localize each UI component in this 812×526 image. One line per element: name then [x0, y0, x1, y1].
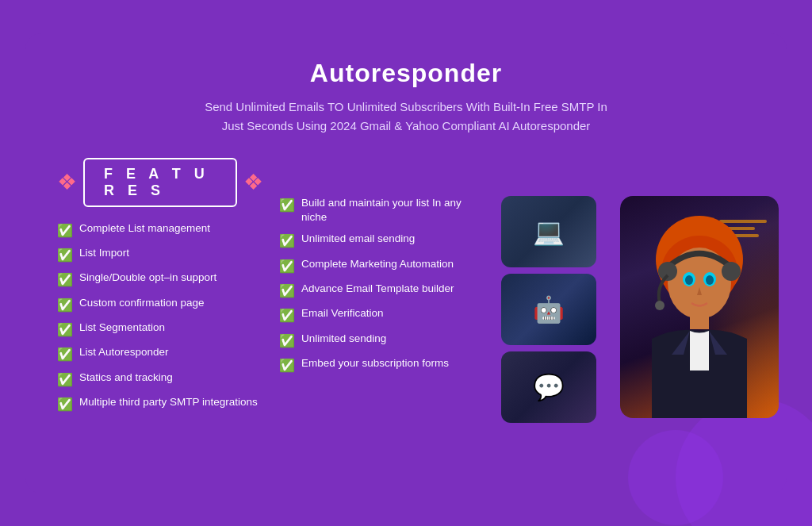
check-icon: ✅	[57, 297, 73, 314]
chat-image	[501, 351, 596, 423]
list-item: ✅ Complete List management	[57, 221, 263, 240]
features-left-col: ❖ F E A T U R E S ❖ ✅ Complete List mana…	[57, 158, 263, 414]
list-item: ✅ Advance Email Template builder	[279, 282, 485, 300]
check-icon: ✅	[279, 332, 295, 350]
list-item: ✅ Build and maintain your list In any ni…	[279, 196, 485, 226]
agent-figure	[620, 196, 779, 418]
check-icon: ✅	[279, 197, 295, 214]
list-item: ✅ Embed your subscription forms	[279, 356, 485, 374]
check-icon: ✅	[279, 307, 295, 324]
check-icon: ✅	[279, 357, 295, 374]
list-item: ✅ Unlimited sending	[279, 332, 485, 350]
agent-image	[620, 196, 779, 418]
list-item: ✅ List Segmentation	[57, 321, 263, 339]
curl-left-icon: ❖	[57, 171, 77, 194]
deco-circle-2	[628, 430, 723, 525]
svg-point-5	[685, 275, 693, 285]
list-item: ✅ Custom confirmation page	[57, 296, 263, 314]
list-item: ✅ Unlimited email sending	[279, 232, 485, 250]
check-icon: ✅	[57, 247, 73, 264]
header-subtitle: Send Unlimited Emails TO Unlimited Subsc…	[57, 98, 755, 136]
svg-point-9	[722, 262, 741, 281]
list-item: ✅ Single/Double opt–in support	[57, 271, 263, 289]
agent-svg	[620, 196, 779, 418]
check-icon: ✅	[57, 222, 73, 240]
features-right-col: ✅ Build and maintain your list In any ni…	[279, 158, 485, 375]
check-icon: ✅	[279, 258, 295, 275]
left-feature-list: ✅ Complete List management ✅ List Import…	[57, 221, 263, 414]
right-feature-list: ✅ Build and maintain your list In any ni…	[279, 196, 485, 375]
check-icon: ✅	[279, 282, 295, 300]
list-item: ✅ Email Verification	[279, 306, 485, 324]
features-section: ❖ F E A T U R E S ❖ ✅ Complete List mana…	[57, 158, 755, 423]
svg-point-6	[706, 275, 714, 285]
features-badge-row: ❖ F E A T U R E S ❖	[57, 158, 263, 207]
check-icon: ✅	[57, 371, 73, 389]
list-item: ✅ Multiple third party SMTP integrations	[57, 395, 263, 413]
list-item: ✅ List Autoresponder	[57, 345, 263, 363]
check-icon: ✅	[57, 321, 73, 339]
features-badge: F E A T U R E S	[83, 158, 237, 207]
check-icon: ✅	[57, 346, 73, 363]
svg-point-8	[658, 262, 677, 281]
svg-point-10	[655, 301, 665, 310]
check-icon: ✅	[57, 396, 73, 413]
list-item: ✅ Statics and tracking	[57, 371, 263, 389]
agent-col	[620, 196, 779, 418]
svg-rect-7	[690, 313, 709, 329]
list-item: ✅ Complete Marketing Automation	[279, 257, 485, 275]
page-title: Autoresponder	[57, 59, 755, 88]
check-icon: ✅	[57, 271, 73, 289]
images-col	[501, 196, 604, 423]
list-item: ✅ List Import	[57, 246, 263, 264]
robot-image	[501, 274, 596, 345]
laptop-image	[501, 196, 596, 267]
curl-right-icon: ❖	[243, 171, 263, 194]
check-icon: ✅	[279, 232, 295, 250]
main-card: Autoresponder Send Unlimited Emails TO U…	[25, 33, 787, 493]
